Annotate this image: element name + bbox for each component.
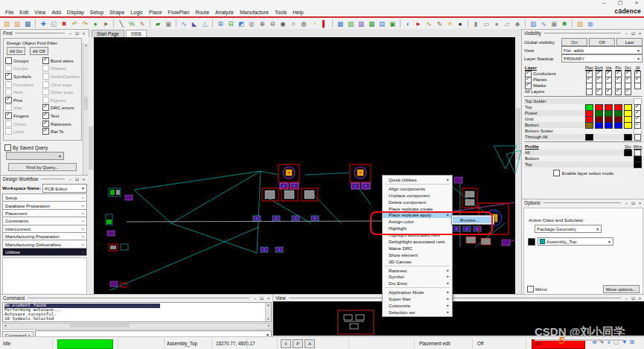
new-drawing-icon[interactable]: ▤ (2, 19, 12, 28)
shape-rect-filled-icon[interactable]: ▮ (471, 19, 481, 28)
zoom-in-icon[interactable]: ⊕ (258, 19, 267, 28)
menu-item-place-replicate-apply[interactable]: Place replicate apply► (383, 211, 452, 218)
global-off-button[interactable]: Off (589, 38, 615, 46)
undo-icon[interactable]: ↶ (70, 19, 80, 28)
workflow-item-utilities[interactable]: Utilities> (2, 248, 87, 256)
menu-item-show-element[interactable]: Show element (383, 252, 452, 258)
close-icon[interactable]: × (81, 31, 86, 36)
flag-icon[interactable]: ► (414, 19, 424, 28)
cross-section-icon[interactable]: ▥ (346, 19, 356, 28)
find-filter-other-segs[interactable]: Other segs (42, 88, 80, 96)
color-dialog-icon[interactable]: ⊞ (216, 19, 226, 28)
find-filter-comps[interactable]: Comps (5, 65, 42, 73)
window-close-icon[interactable]: × (631, 0, 643, 6)
float-icon[interactable]: ⊡ (631, 31, 636, 36)
menu-view[interactable]: View (31, 10, 48, 15)
layer-color-swatch[interactable] (594, 122, 604, 129)
subclass-color-swatch[interactable] (528, 238, 535, 246)
global-last-button[interactable]: Last (616, 38, 643, 46)
all-on-button[interactable]: All On (7, 47, 25, 55)
command-hscrollbar[interactable]: ◄► (2, 323, 272, 330)
class-dropdown[interactable]: Package Geometry ▼ (535, 225, 602, 233)
tab-start-page[interactable]: Start Page (92, 30, 124, 37)
menu-item-align-components[interactable]: Align components (383, 185, 452, 192)
redraw-icon[interactable]: ◔ (310, 19, 319, 28)
find-filter-ratsnests[interactable]: Ratsnests (42, 120, 80, 128)
menu-item-highlight-associated-nets[interactable]: Highlight associated nets (383, 231, 452, 238)
delete-icon[interactable]: ✖ (60, 19, 69, 28)
shape-add-icon[interactable]: ▰ (153, 19, 163, 28)
checkbox[interactable] (634, 134, 641, 141)
find-filter-text[interactable]: Text (42, 112, 80, 120)
layer-visibility-checkbox[interactable] (633, 134, 643, 141)
signal-percent-icon[interactable]: % (127, 19, 137, 28)
float-icon[interactable]: ⊡ (259, 295, 264, 301)
checkbox[interactable] (5, 128, 12, 135)
find-filter-bond-wires[interactable]: Bond wires (42, 57, 80, 65)
status-toggle-il[interactable]: il (281, 339, 291, 348)
cmgr-all-icon[interactable]: ▣ (388, 19, 398, 28)
enable-layer-select-checkbox[interactable] (553, 170, 560, 176)
menu-item-dehighlight-associated-nets[interactable]: Dehighlight associated nets (383, 238, 452, 245)
shadow-mode-icon[interactable]: ◩ (237, 19, 246, 28)
menu-analyze[interactable]: Analyze (212, 10, 237, 15)
menu-display[interactable]: Display (64, 10, 87, 15)
find-filter-figures[interactable]: Figures (42, 96, 80, 104)
edit-text-icon[interactable]: ✎ (138, 19, 147, 28)
menu-item-delete-component[interactable]: Delete component (383, 199, 452, 205)
layer-visibility-checkbox[interactable] (623, 89, 633, 95)
menu-item-quick-utilities[interactable]: Quick Utilities► (383, 176, 452, 183)
close-icon[interactable]: × (637, 31, 643, 36)
redo-icon[interactable]: ↷ (80, 19, 90, 28)
minimize-icon[interactable]: – (252, 296, 258, 301)
layer-visibility-checkbox[interactable] (613, 89, 623, 95)
move-icon[interactable]: ✚ (39, 19, 48, 28)
menu-edit[interactable]: Edit (16, 10, 31, 15)
checkbox[interactable] (42, 89, 49, 95)
checkbox[interactable] (615, 89, 622, 95)
menu-item-3d-canvas[interactable]: 3D Canvas (383, 258, 452, 265)
window-minimize-icon[interactable]: – (598, 0, 610, 6)
pin-icon[interactable]: ➤ (101, 19, 111, 28)
by-saved-query-checkbox[interactable] (4, 144, 11, 151)
menu-item-application-mode[interactable]: Application Mode► (383, 289, 452, 295)
checkbox[interactable] (5, 57, 12, 64)
checkbox[interactable] (605, 89, 612, 95)
stack-icon[interactable]: ▥ (529, 19, 538, 28)
menu-item-highlight[interactable]: Highlight (383, 225, 452, 231)
float-icon[interactable]: ⊡ (631, 200, 636, 205)
checkbox[interactable] (42, 97, 49, 103)
float-icon[interactable]: ⊡ (631, 295, 636, 301)
minimize-icon[interactable]: – (624, 201, 629, 205)
world-icon[interactable]: ◍ (586, 19, 596, 28)
checkbox[interactable] (42, 65, 49, 71)
zoom-world-icon[interactable]: ○ (289, 19, 299, 28)
copy-icon[interactable]: ◱ (49, 19, 59, 28)
checkbox[interactable] (42, 128, 49, 135)
minimize-icon[interactable]: – (68, 31, 73, 36)
global-on-button[interactable]: On (561, 38, 587, 46)
menu-flowplan[interactable]: FlowPlan (165, 10, 193, 15)
checkbox[interactable] (5, 112, 12, 119)
menu-help[interactable]: Help (290, 10, 306, 15)
checkbox[interactable] (634, 122, 641, 129)
info-icon[interactable]: ◐ (404, 19, 413, 28)
grid-toggle-icon[interactable]: ▩ (336, 19, 345, 28)
find-filter-pins[interactable]: Pins (5, 96, 42, 104)
brush-icon[interactable]: ✎ (435, 19, 444, 28)
layer-color-swatch[interactable] (633, 161, 643, 168)
layer-checkbox[interactable] (525, 83, 532, 89)
find-filter-rat-ts[interactable]: Rat Ts (42, 127, 80, 135)
constraint-manager-icon[interactable]: ▦ (367, 19, 377, 28)
find-filter-nets[interactable]: Nets (5, 88, 42, 96)
bomb-icon[interactable]: ● (456, 19, 465, 28)
checkbox[interactable] (5, 97, 12, 103)
menu-item-waive-drc[interactable]: Waive DRC (383, 245, 452, 252)
add-line-icon[interactable]: ╲ (117, 19, 127, 28)
menu-item-unplace-component[interactable]: Unplace component (383, 192, 452, 199)
find-filter-clines[interactable]: Clines (5, 120, 42, 128)
find-filter-drc-errors[interactable]: DRC errors (42, 104, 80, 112)
layer-color-swatch[interactable] (623, 134, 633, 141)
highlight-icon[interactable]: ● (91, 19, 101, 28)
layer-visibility-checkbox[interactable] (633, 83, 643, 89)
